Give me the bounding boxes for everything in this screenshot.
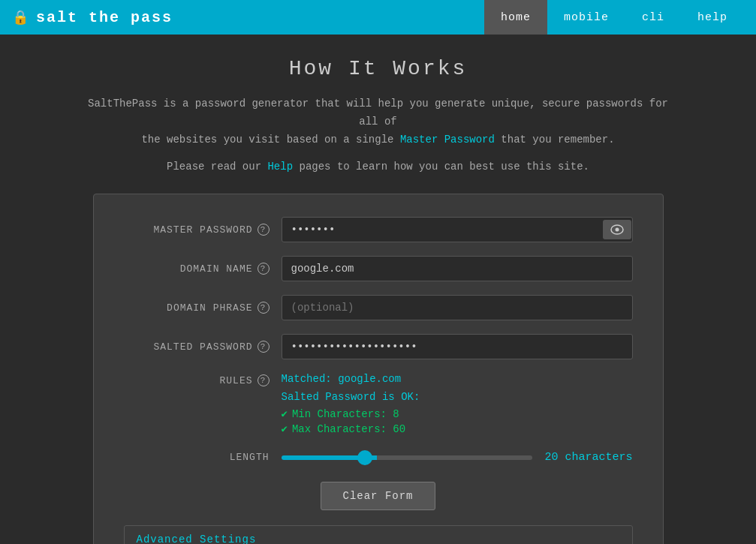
slider-wrap: 20 characters bbox=[282, 451, 633, 464]
brand-text: salt the pass bbox=[36, 9, 173, 26]
button-row: Clear Form bbox=[124, 482, 633, 510]
length-display: 20 characters bbox=[544, 451, 632, 464]
intro-line1: SaltThePass is a password generator that… bbox=[88, 98, 668, 128]
nav-item-cli[interactable]: cli bbox=[625, 0, 681, 35]
domain-phrase-help-icon[interactable]: ? bbox=[258, 302, 270, 314]
intro-line2: the websites you visit based on a single bbox=[141, 134, 393, 146]
intro-line3: that you remember. bbox=[501, 134, 614, 146]
eye-icon bbox=[610, 224, 624, 235]
checkmark2: ✔ bbox=[282, 422, 288, 435]
master-password-row: MASTER PASSWORD ? bbox=[124, 217, 633, 242]
domain-phrase-input[interactable] bbox=[282, 295, 633, 320]
domain-name-help-icon[interactable]: ? bbox=[258, 263, 270, 275]
salted-password-row: SALTED PASSWORD ? bbox=[124, 334, 633, 359]
main-content: How It Works SaltThePass is a password g… bbox=[0, 35, 756, 544]
salted-password-input-wrap bbox=[282, 334, 633, 359]
salted-password-input[interactable] bbox=[282, 334, 633, 359]
intro-paragraph: SaltThePass is a password generator that… bbox=[78, 95, 679, 149]
nav-item-help[interactable]: help bbox=[681, 0, 744, 35]
length-label: LENGTH bbox=[124, 452, 282, 463]
advanced-settings-toggle[interactable]: Advanced Settings bbox=[124, 525, 633, 544]
show-password-button[interactable] bbox=[603, 220, 631, 239]
form-container: MASTER PASSWORD ? DOMAIN NAME ? bbox=[93, 194, 664, 544]
checkmark1: ✔ bbox=[282, 407, 288, 420]
domain-phrase-row: DOMAIN PHRASE ? bbox=[124, 295, 633, 320]
rules-label: RULES ? bbox=[124, 373, 282, 386]
domain-name-input[interactable] bbox=[282, 256, 633, 281]
clear-form-button[interactable]: Clear Form bbox=[321, 482, 435, 510]
brand: 🔒 salt the pass bbox=[12, 9, 484, 26]
domain-name-row: DOMAIN NAME ? bbox=[124, 256, 633, 281]
rules-matched-line: Matched: google.com bbox=[282, 373, 633, 385]
app-header: 🔒 salt the pass home mobile cli help bbox=[0, 0, 756, 35]
domain-name-label: DOMAIN NAME ? bbox=[124, 263, 282, 275]
master-password-input[interactable] bbox=[282, 217, 633, 242]
rules-check2: ✔ Max Characters: 60 bbox=[282, 422, 633, 435]
master-password-help-icon[interactable]: ? bbox=[258, 224, 270, 236]
rules-check2-text: Max Characters: 60 bbox=[292, 423, 405, 435]
length-slider[interactable] bbox=[282, 455, 533, 460]
rules-matched-text: Matched: bbox=[282, 373, 332, 385]
rules-section: RULES ? Matched: google.com Salted Passw… bbox=[124, 373, 633, 437]
help-line: Please read our Help pages to learn how … bbox=[15, 161, 741, 173]
rules-check1: ✔ Min Characters: 8 bbox=[282, 407, 633, 420]
rules-matched-value: google.com bbox=[338, 373, 401, 385]
nav-item-mobile[interactable]: mobile bbox=[547, 0, 625, 35]
salted-password-label: SALTED PASSWORD ? bbox=[124, 341, 282, 353]
lock-icon: 🔒 bbox=[12, 9, 29, 26]
help-suffix: pages to learn how you can best use this… bbox=[299, 161, 589, 173]
advanced-settings-label: Advanced Settings bbox=[137, 533, 257, 544]
master-password-input-wrap bbox=[282, 217, 633, 242]
master-password-label: MASTER PASSWORD ? bbox=[124, 224, 282, 236]
page-title: How It Works bbox=[15, 57, 741, 80]
nav-item-home[interactable]: home bbox=[484, 0, 547, 35]
rules-ok-text: Salted Password is OK: bbox=[282, 391, 633, 403]
main-nav: home mobile cli help bbox=[484, 0, 744, 35]
rules-check1-text: Min Characters: 8 bbox=[292, 408, 399, 420]
help-prefix: Please read our bbox=[167, 161, 261, 173]
domain-phrase-label: DOMAIN PHRASE ? bbox=[124, 302, 282, 314]
master-password-link[interactable]: Master Password bbox=[400, 134, 495, 146]
rules-help-icon[interactable]: ? bbox=[258, 374, 270, 386]
help-link[interactable]: Help bbox=[267, 161, 293, 173]
length-row: LENGTH 20 characters bbox=[124, 451, 633, 464]
domain-phrase-input-wrap bbox=[282, 295, 633, 320]
salted-password-help-icon[interactable]: ? bbox=[258, 341, 270, 353]
rules-content: Matched: google.com Salted Password is O… bbox=[282, 373, 633, 437]
domain-name-input-wrap bbox=[282, 256, 633, 281]
svg-point-1 bbox=[615, 228, 619, 232]
